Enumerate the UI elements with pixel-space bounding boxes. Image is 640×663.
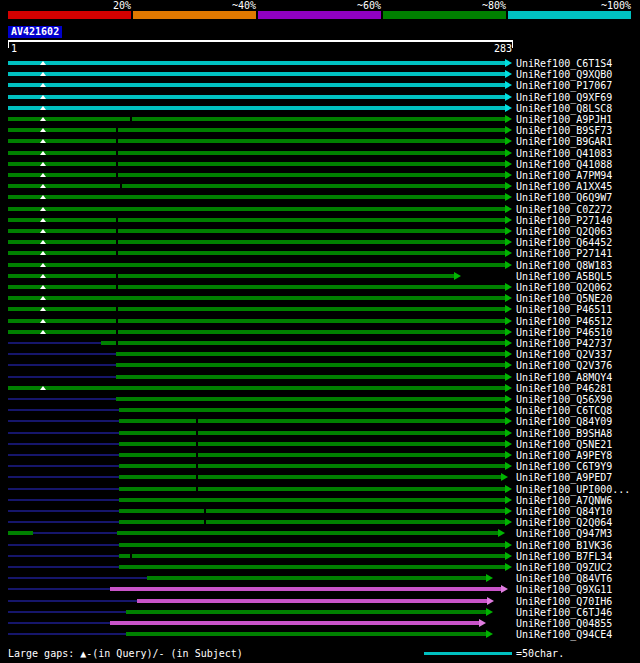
hit-bar[interactable] xyxy=(147,576,485,580)
hit-bar[interactable] xyxy=(8,251,505,255)
hit-label[interactable]: UniRef100_A1XX45 xyxy=(516,181,612,192)
hit-bar[interactable] xyxy=(8,229,505,233)
hit-label[interactable]: UniRef100_Q84Y09 xyxy=(516,416,612,427)
hit-label[interactable]: UniRef100_A9PJH1 xyxy=(516,114,612,125)
hit-bar[interactable] xyxy=(8,386,505,390)
hit-bar[interactable] xyxy=(8,162,505,166)
hit-label[interactable]: UniRef100_C6T9Y9 xyxy=(516,461,612,472)
hit-bar[interactable] xyxy=(116,375,505,379)
hit-bar[interactable] xyxy=(8,128,505,132)
hit-bar[interactable] xyxy=(8,285,505,289)
hit-bar[interactable] xyxy=(119,509,505,513)
hit-label[interactable]: UniRef100_C6T1S4 xyxy=(516,58,612,69)
hit-bar[interactable] xyxy=(119,453,505,457)
hit-label[interactable]: UniRef100_Q04855 xyxy=(516,618,612,629)
hit-bar[interactable] xyxy=(8,263,505,267)
hit-label[interactable]: UniRef100_Q84Y10 xyxy=(516,506,612,517)
hit-label[interactable]: UniRef100_A5BQL5 xyxy=(516,271,612,282)
hit-label[interactable]: UniRef100_P27140 xyxy=(516,215,612,226)
hit-bar[interactable] xyxy=(8,274,454,278)
hit-label[interactable]: UniRef100_Q94CE4 xyxy=(516,629,612,640)
hit-label[interactable]: UniRef100_Q64452 xyxy=(516,237,612,248)
hit-bar[interactable] xyxy=(8,307,505,311)
hit-label[interactable]: UniRef100_Q41088 xyxy=(516,159,612,170)
hit-bar[interactable] xyxy=(126,632,486,636)
hit-label[interactable]: UniRef100_Q9XQB0 xyxy=(516,69,612,80)
hit-bar[interactable] xyxy=(119,520,505,524)
hit-bar[interactable] xyxy=(119,475,501,479)
hit-bar[interactable] xyxy=(110,587,501,591)
hit-bar[interactable] xyxy=(119,419,505,423)
hit-label[interactable]: UniRef100_Q5NE20 xyxy=(516,293,612,304)
hit-label[interactable]: UniRef100_P46510 xyxy=(516,327,612,338)
hit-label[interactable]: UniRef100_Q6Q9W7 xyxy=(516,192,612,203)
hit-label[interactable]: UniRef100_B7FL34 xyxy=(516,551,612,562)
hit-label[interactable]: UniRef100_P27141 xyxy=(516,248,612,259)
hit-bar[interactable] xyxy=(126,610,486,614)
hit-bar[interactable] xyxy=(8,330,505,334)
hit-label[interactable]: UniRef100_C6TCQ8 xyxy=(516,405,612,416)
hit-label[interactable]: UniRef100_P17067 xyxy=(516,80,612,91)
hit-label[interactable]: UniRef100_P42737 xyxy=(516,338,612,349)
hit-label[interactable]: UniRef100_Q9XG11 xyxy=(516,584,612,595)
hit-bar[interactable] xyxy=(8,61,505,65)
hit-bar[interactable] xyxy=(8,195,505,199)
hit-label[interactable]: UniRef100_Q947M3 xyxy=(516,528,612,539)
hit-label[interactable]: UniRef100_Q2V337 xyxy=(516,349,612,360)
hit-label[interactable]: UniRef100_Q2Q062 xyxy=(516,282,612,293)
hit-label[interactable]: UniRef100_Q5NE21 xyxy=(516,439,612,450)
hit-bar[interactable] xyxy=(119,487,505,491)
hit-label[interactable]: UniRef100_P46281 xyxy=(516,383,612,394)
hit-label[interactable]: UniRef100_Q2Q064 xyxy=(516,517,612,528)
hit-label[interactable]: UniRef100_Q9ZUC2 xyxy=(516,562,612,573)
hit-label[interactable]: UniRef100_Q84VT6 xyxy=(516,573,612,584)
hit-label[interactable]: UniRef100_C6TJ46 xyxy=(516,607,612,618)
hit-bar[interactable] xyxy=(8,139,505,143)
hit-label[interactable]: UniRef100_P46511 xyxy=(516,304,612,315)
hit-bar[interactable] xyxy=(8,173,505,177)
hit-label[interactable]: UniRef100_UPI000... xyxy=(516,484,630,495)
hit-bar[interactable] xyxy=(119,498,505,502)
hit-bar[interactable] xyxy=(8,106,505,110)
hit-bar[interactable] xyxy=(8,117,505,121)
hit-label[interactable]: UniRef100_Q8LSC8 xyxy=(516,103,612,114)
hit-label[interactable]: UniRef100_A7QNW6 xyxy=(516,495,612,506)
hit-label[interactable]: UniRef100_Q2Q063 xyxy=(516,226,612,237)
hit-bar[interactable] xyxy=(8,218,505,222)
hit-label[interactable]: UniRef100_A8MQY4 xyxy=(516,372,612,383)
hit-bar[interactable] xyxy=(116,352,505,356)
hit-bar[interactable] xyxy=(119,431,505,435)
hit-label[interactable]: UniRef100_B9SF73 xyxy=(516,125,612,136)
hit-label[interactable]: UniRef100_C0Z272 xyxy=(516,204,612,215)
hit-bar[interactable] xyxy=(8,240,505,244)
hit-bar[interactable] xyxy=(8,151,505,155)
hit-bar[interactable] xyxy=(8,72,505,76)
hit-label[interactable]: UniRef100_Q70IH6 xyxy=(516,596,612,607)
hit-bar[interactable] xyxy=(137,599,488,603)
hit-bar[interactable] xyxy=(119,464,505,468)
hit-bar[interactable] xyxy=(119,442,505,446)
hit-bar[interactable] xyxy=(8,83,505,87)
hit-bar[interactable] xyxy=(116,397,505,401)
hit-bar[interactable] xyxy=(8,184,505,188)
hit-bar[interactable] xyxy=(117,531,498,535)
hit-label[interactable]: UniRef100_Q8W183 xyxy=(516,260,612,271)
hit-bar[interactable] xyxy=(8,207,505,211)
hit-label[interactable]: UniRef100_B9SHA8 xyxy=(516,428,612,439)
hit-label[interactable]: UniRef100_Q56X90 xyxy=(516,394,612,405)
hit-bar[interactable] xyxy=(8,296,505,300)
hit-label[interactable]: UniRef100_A7PM94 xyxy=(516,170,612,181)
hit-label[interactable]: UniRef100_Q2V376 xyxy=(516,360,612,371)
hit-label[interactable]: UniRef100_P46512 xyxy=(516,316,612,327)
hit-bar[interactable] xyxy=(8,95,505,99)
hit-label[interactable]: UniRef100_A9PEY8 xyxy=(516,450,612,461)
hit-label[interactable]: UniRef100_A9PED7 xyxy=(516,472,612,483)
hit-bar[interactable] xyxy=(119,554,505,558)
hit-label[interactable]: UniRef100_B9GAR1 xyxy=(516,136,612,147)
hit-bar[interactable] xyxy=(101,341,505,345)
hit-bar[interactable] xyxy=(8,531,33,535)
hit-bar[interactable] xyxy=(119,565,505,569)
hit-bar[interactable] xyxy=(116,363,505,367)
hit-bar[interactable] xyxy=(119,543,505,547)
hit-label[interactable]: UniRef100_B1VK36 xyxy=(516,540,612,551)
